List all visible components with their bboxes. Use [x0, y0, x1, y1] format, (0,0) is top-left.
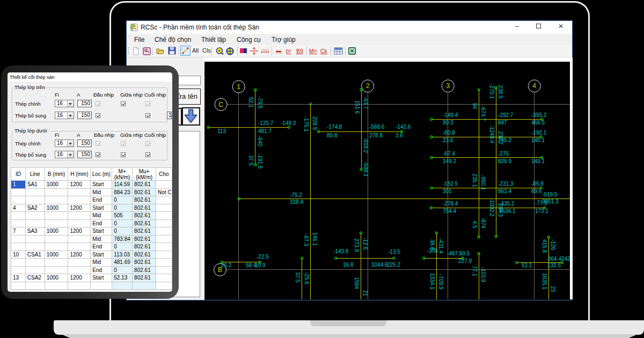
svg-text:2: 2 — [366, 82, 370, 90]
svg-text:146.1: 146.1 — [312, 232, 318, 246]
svg-text:-152.5: -152.5 — [443, 181, 458, 187]
svg-text:132.5: 132.5 — [547, 262, 561, 268]
svg-text:173.1: 173.1 — [535, 208, 548, 214]
svg-text:10.9: 10.9 — [255, 262, 266, 268]
svg-text:90.3: 90.3 — [443, 120, 453, 126]
svg-text:863.4: 863.4 — [498, 188, 511, 194]
svg-text:-709.9: -709.9 — [438, 274, 444, 290]
svg-text:-85.8: -85.8 — [531, 181, 544, 187]
svg-text:209.9: 209.9 — [312, 116, 318, 130]
svg-text:230.7: 230.7 — [497, 131, 503, 145]
svg-text:-919.5: -919.5 — [542, 192, 558, 197]
svg-text:-149.4: -149.4 — [443, 112, 458, 118]
svg-text:-12.6: -12.6 — [362, 238, 368, 250]
svg-text:4: 4 — [532, 82, 536, 90]
svg-text:69.6: 69.6 — [531, 188, 542, 194]
svg-text:415.8: 415.8 — [541, 239, 547, 253]
svg-text:151.6: 151.6 — [354, 100, 360, 114]
svg-text:-67.3: -67.3 — [303, 234, 309, 246]
svg-text:364.4242: 364.4242 — [548, 256, 570, 262]
svg-text:-192.1: -192.1 — [531, 130, 547, 136]
svg-text:37.5: 37.5 — [295, 272, 301, 283]
svg-text:-1002.2: -1002.2 — [489, 199, 495, 217]
svg-text:-22.5: -22.5 — [257, 254, 269, 260]
svg-text:1635.1: 1635.1 — [541, 273, 547, 290]
svg-text:-919.2: -919.2 — [363, 138, 369, 153]
svg-text:23: 23 — [550, 286, 556, 292]
svg-text:-278.4: -278.4 — [443, 201, 458, 207]
svg-text:21: 21 — [362, 290, 368, 297]
svg-text:94: 94 — [472, 103, 478, 109]
svg-text:16.8: 16.8 — [343, 262, 354, 268]
svg-text:C: C — [218, 101, 223, 108]
svg-text:-270.1: -270.1 — [489, 84, 495, 99]
svg-text:51.1: 51.1 — [522, 262, 532, 268]
svg-text:284.3: 284.3 — [497, 203, 503, 217]
svg-text:-640: -640 — [257, 136, 263, 146]
svg-text:145.1: 145.1 — [531, 137, 545, 143]
svg-text:37.5: 37.5 — [248, 155, 254, 166]
svg-text:466.5: 466.5 — [531, 120, 545, 126]
svg-text:273.8: 273.8 — [354, 239, 360, 252]
svg-text:238.5: 238.5 — [497, 85, 503, 99]
svg-text:52.1: 52.1 — [248, 97, 254, 108]
svg-text:38.8: 38.8 — [429, 239, 435, 250]
svg-text:-63.7: -63.7 — [363, 97, 369, 109]
svg-text:-142.6: -142.6 — [396, 124, 411, 130]
svg-text:235.1: 235.1 — [472, 174, 478, 187]
svg-text:-874: -874 — [480, 218, 486, 229]
svg-text:754.4: 754.4 — [443, 208, 456, 214]
svg-text:318.4: 318.4 — [290, 199, 303, 205]
svg-text:77.1: 77.1 — [472, 266, 478, 277]
svg-text:227.9: 227.9 — [458, 258, 472, 264]
svg-text:-79.5: -79.5 — [257, 97, 263, 109]
svg-text:481.7: 481.7 — [258, 128, 272, 134]
svg-text:113: 113 — [217, 128, 226, 134]
svg-text:1584: 1584 — [354, 277, 360, 290]
svg-text:-1249.4: -1249.4 — [489, 125, 495, 143]
svg-text:1: 1 — [237, 83, 240, 91]
svg-text:-292.7: -292.7 — [498, 112, 514, 118]
svg-text:149.2: 149.2 — [443, 158, 456, 164]
svg-text:-143.8: -143.8 — [333, 248, 349, 254]
svg-text:225.2: 225.2 — [387, 262, 400, 268]
svg-text:1044.6: 1044.6 — [371, 262, 388, 268]
svg-text:825.9: 825.9 — [498, 158, 511, 164]
svg-text:-9.5: -9.5 — [460, 251, 470, 256]
svg-text:301: 301 — [443, 188, 452, 194]
svg-text:-598.1: -598.1 — [363, 161, 369, 177]
svg-text:26.2: 26.2 — [221, 262, 232, 268]
svg-text:-674.7: -674.7 — [480, 106, 486, 121]
svg-text:-77.5: -77.5 — [535, 200, 547, 206]
svg-text:-355.2: -355.2 — [531, 112, 547, 118]
svg-text:-431.4: -431.4 — [438, 238, 444, 254]
svg-text:23.6: 23.6 — [443, 137, 453, 143]
svg-text:-568.6: -568.6 — [369, 124, 385, 130]
svg-text:-126: -126 — [550, 239, 556, 250]
svg-text:-175.1: -175.1 — [303, 116, 309, 132]
svg-text:-75.2: -75.2 — [290, 192, 302, 198]
svg-text:-231.3: -231.3 — [498, 181, 514, 187]
svg-text:1334.1: 1334.1 — [429, 273, 435, 290]
svg-text:143.1: 143.1 — [531, 158, 545, 164]
svg-text:80.8: 80.8 — [327, 133, 338, 138]
svg-text:-174.8: -174.8 — [327, 124, 342, 130]
svg-text:-80.8: -80.8 — [443, 130, 455, 136]
svg-text:847: 847 — [498, 120, 507, 126]
svg-text:-960.1: -960.1 — [480, 175, 486, 190]
svg-text:3.6: 3.6 — [396, 133, 403, 138]
svg-text:-13.5: -13.5 — [388, 249, 400, 255]
svg-text:-191.5: -191.5 — [257, 153, 263, 169]
svg-text:3: 3 — [446, 82, 450, 90]
svg-text:-149.3: -149.3 — [281, 120, 296, 126]
svg-text:-25.6: -25.6 — [304, 272, 310, 284]
svg-text:-275: -275 — [498, 151, 509, 157]
svg-text:-103.9: -103.9 — [480, 267, 486, 283]
svg-text:278.8: 278.8 — [369, 133, 383, 138]
svg-text:-125.7: -125.7 — [258, 120, 274, 126]
svg-text:-67.4: -67.4 — [443, 151, 455, 157]
svg-text:4.5: 4.5 — [472, 221, 478, 229]
